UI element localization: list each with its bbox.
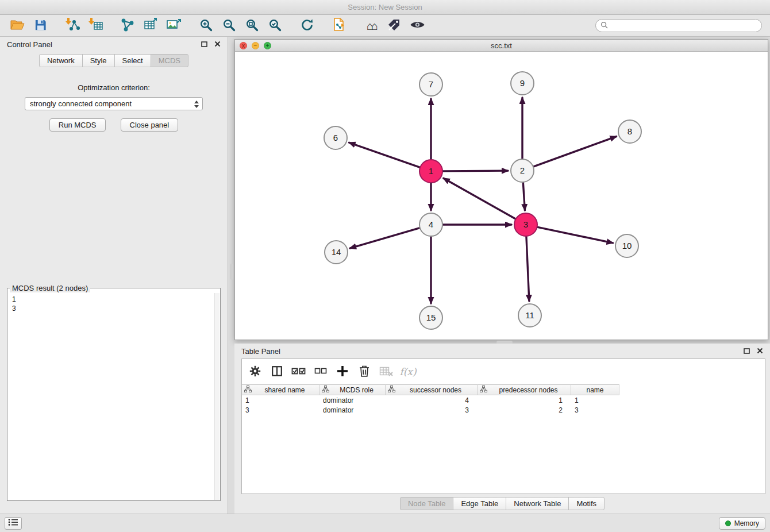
tab-node-table[interactable]: Node Table bbox=[400, 497, 454, 510]
new-table-button[interactable] bbox=[139, 16, 162, 36]
control-panel-title: Control Panel bbox=[7, 40, 201, 49]
memory-label: Memory bbox=[734, 519, 759, 527]
window-title: Session: New Session bbox=[348, 3, 422, 11]
graph-edge-3-1[interactable] bbox=[444, 178, 515, 218]
home-button[interactable]: ⌂⌂ bbox=[360, 16, 383, 36]
graph-edge-3-10[interactable] bbox=[538, 227, 613, 243]
table-row[interactable]: 3 dominator 3 2 3 bbox=[242, 405, 765, 415]
column-header-shared-name[interactable]: shared name bbox=[242, 384, 319, 395]
memory-status-icon bbox=[725, 521, 731, 526]
search-input[interactable] bbox=[611, 21, 757, 30]
cell-shared-name[interactable]: 1 bbox=[242, 395, 319, 405]
graph-edge-1-6[interactable] bbox=[349, 142, 420, 167]
graph-edge-1-2[interactable] bbox=[443, 171, 508, 171]
show-columns-button[interactable] bbox=[266, 361, 288, 382]
tab-mcds[interactable]: MCDS bbox=[151, 54, 188, 67]
mcds-result-scrollbar[interactable] bbox=[214, 293, 220, 500]
tab-edge-table[interactable]: Edge Table bbox=[453, 497, 506, 510]
annotation-button[interactable] bbox=[383, 16, 406, 36]
tab-style[interactable]: Style bbox=[82, 54, 115, 67]
float-panel-button[interactable] bbox=[201, 40, 207, 49]
cell-name[interactable]: 3 bbox=[571, 405, 619, 415]
graph-edge-2-8[interactable] bbox=[534, 137, 617, 167]
function-builder-button: f(x) bbox=[397, 361, 419, 382]
window-minimize-button[interactable]: − bbox=[252, 42, 259, 49]
cell-mcds-role[interactable]: dominator bbox=[319, 405, 386, 415]
table-row[interactable]: 1 dominator 4 1 1 bbox=[242, 395, 765, 405]
vertical-splitter-handle[interactable] bbox=[230, 264, 233, 280]
delete-column-button[interactable] bbox=[353, 361, 375, 382]
graph-edge-3-11[interactable] bbox=[526, 237, 529, 301]
home-icon: ⌂⌂ bbox=[367, 20, 376, 32]
tab-select[interactable]: Select bbox=[114, 54, 151, 67]
gear-icon bbox=[249, 365, 261, 379]
zoom-fit-button[interactable] bbox=[240, 16, 263, 36]
new-network-button[interactable] bbox=[116, 16, 139, 36]
zoom-in-icon bbox=[199, 18, 213, 33]
zoom-out-button[interactable] bbox=[217, 16, 240, 36]
cell-mcds-role[interactable]: dominator bbox=[319, 395, 386, 405]
cell-shared-name[interactable]: 3 bbox=[242, 405, 319, 415]
network-canvas-svg[interactable]: 7968124314101511 bbox=[235, 52, 768, 340]
task-history-button[interactable] bbox=[5, 517, 22, 530]
cell-predecessor-nodes[interactable]: 1 bbox=[478, 395, 571, 405]
mcds-result-box: MCDS result (2 nodes) 1 3 bbox=[7, 284, 221, 501]
fx-icon: f(x) bbox=[399, 366, 416, 377]
zoom-out-icon bbox=[222, 18, 236, 33]
add-column-button[interactable] bbox=[332, 361, 353, 382]
close-panel-action-button[interactable]: Close panel bbox=[121, 118, 179, 132]
import-table-button[interactable] bbox=[84, 16, 107, 36]
trash-icon bbox=[359, 365, 370, 379]
window-close-button[interactable]: x bbox=[240, 42, 247, 49]
column-header-name[interactable]: name bbox=[571, 384, 619, 395]
column-header-predecessor-nodes[interactable]: predecessor nodes bbox=[478, 384, 571, 395]
import-network-button[interactable] bbox=[61, 16, 84, 36]
graph-node-label: 2 bbox=[520, 165, 525, 175]
tab-motifs[interactable]: Motifs bbox=[568, 497, 605, 510]
control-panel-tabs: Network Style Select MCDS bbox=[0, 54, 228, 67]
deselect-all-icon bbox=[314, 367, 327, 377]
column-header-successor-nodes[interactable]: successor nodes bbox=[386, 384, 478, 395]
node-table-container: f(x) shared name MCDS role successor nod… bbox=[241, 358, 765, 494]
graph-edge-2-3[interactable] bbox=[523, 183, 525, 210]
network-window-title: scc.txt bbox=[491, 41, 512, 50]
select-all-button[interactable] bbox=[288, 361, 310, 382]
deselect-all-button[interactable] bbox=[310, 361, 332, 382]
search-box bbox=[595, 19, 762, 32]
annotation-icon bbox=[387, 18, 402, 33]
network-window-titlebar[interactable]: x − + scc.txt bbox=[235, 40, 768, 52]
tab-network[interactable]: Network bbox=[39, 54, 83, 67]
graph-edge-4-14[interactable] bbox=[350, 228, 419, 248]
table-panel: Table Panel bbox=[234, 344, 770, 514]
zoom-selected-icon bbox=[268, 18, 282, 33]
table-settings-button[interactable] bbox=[244, 361, 266, 382]
graph-node-label: 14 bbox=[332, 247, 341, 257]
save-session-button[interactable] bbox=[29, 16, 52, 36]
table-close-panel-button[interactable] bbox=[757, 347, 763, 356]
copy-view-button[interactable] bbox=[328, 16, 351, 36]
mcds-result-legend: MCDS result (2 nodes) bbox=[10, 284, 90, 292]
table-panel-title: Table Panel bbox=[241, 347, 744, 356]
show-graphics-button[interactable] bbox=[406, 16, 429, 36]
cell-successor-nodes[interactable]: 4 bbox=[386, 395, 478, 405]
zoom-selected-button[interactable] bbox=[263, 16, 286, 36]
save-icon bbox=[34, 18, 47, 33]
delete-table-button bbox=[375, 361, 397, 382]
export-image-button[interactable] bbox=[162, 16, 185, 36]
open-session-button[interactable] bbox=[6, 16, 29, 36]
table-float-panel-button[interactable] bbox=[744, 347, 750, 356]
window-zoom-button[interactable]: + bbox=[264, 42, 271, 49]
run-mcds-button[interactable]: Run MCDS bbox=[49, 118, 106, 132]
tab-network-table[interactable]: Network Table bbox=[506, 497, 569, 510]
optimization-criterion-select[interactable]: strongly connected component bbox=[25, 97, 203, 110]
zoom-in-button[interactable] bbox=[194, 16, 217, 36]
sort-tree-icon bbox=[244, 385, 252, 394]
column-header-mcds-role[interactable]: MCDS role bbox=[319, 384, 386, 395]
close-panel-button[interactable] bbox=[214, 40, 221, 49]
cell-successor-nodes[interactable]: 3 bbox=[386, 405, 478, 415]
cell-name[interactable]: 1 bbox=[571, 395, 619, 405]
table-header-row: shared name MCDS role successor nodes pr… bbox=[242, 384, 765, 395]
cell-predecessor-nodes[interactable]: 2 bbox=[478, 405, 571, 415]
memory-button[interactable]: Memory bbox=[719, 517, 765, 530]
refresh-layout-button[interactable] bbox=[295, 16, 318, 36]
